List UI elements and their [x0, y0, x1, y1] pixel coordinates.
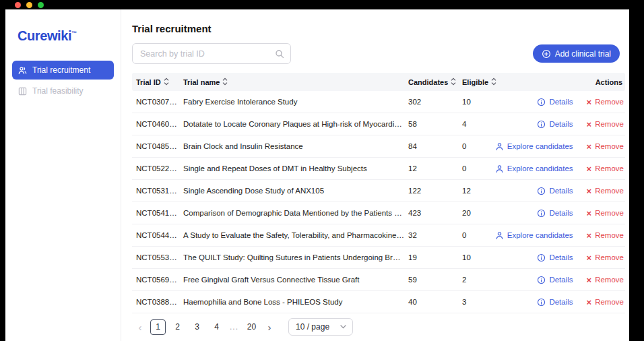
table-row: NCT04852445 Brain Clock and Insulin Resi… — [132, 135, 625, 158]
remove-link[interactable]: × Remove — [587, 187, 624, 195]
main-content: Trial recruitment Add clinical trial — [121, 9, 629, 341]
explore-candidates-link[interactable]: Explore candidates — [495, 142, 573, 151]
app-window: Curewiki™ Trial recruitment Trial feasib… — [5, 9, 629, 341]
cell-actions: Details × Remove — [500, 98, 625, 106]
details-link[interactable]: Details — [537, 120, 573, 129]
details-link[interactable]: Details — [537, 98, 573, 106]
details-label: Details — [549, 209, 573, 217]
explore-candidates-link[interactable]: Explore candidates — [495, 231, 573, 240]
sort-icon[interactable] — [491, 78, 496, 87]
info-circle-icon — [537, 120, 546, 129]
details-link[interactable]: Details — [537, 253, 573, 262]
cell-trial-name: Comparison of Demographic Data Mentioned… — [179, 209, 404, 217]
cell-eligible: 0 — [458, 142, 500, 150]
table-row: NCT05449470 A Study to Evaluate the Safe… — [132, 224, 625, 247]
pagination-next-button[interactable]: › — [261, 319, 278, 335]
cell-trial-name: Free Gingival Graft Versus Connective Ti… — [179, 276, 404, 284]
remove-link[interactable]: × Remove — [587, 253, 624, 262]
explore-candidates-link[interactable]: Explore candidates — [495, 164, 573, 173]
cell-actions: Explore candidates × Remove — [500, 231, 625, 240]
header-candidates[interactable]: Candidates — [404, 78, 458, 87]
table-row: NCT04604106 Dotatate to Locate Coronary … — [132, 113, 625, 135]
pagination: ‹ 1234...20 › 10 / page — [132, 318, 625, 336]
cell-candidates: 59 — [404, 276, 458, 284]
sort-icon[interactable] — [164, 78, 169, 87]
details-label: Details — [549, 120, 573, 128]
remove-link[interactable]: × Remove — [587, 164, 624, 173]
cell-trial-name: Brain Clock and Insulin Resistance — [179, 142, 404, 150]
pagination-page-2[interactable]: 2 — [170, 319, 185, 335]
header-trial-id[interactable]: Trial ID — [132, 78, 179, 87]
sort-icon[interactable] — [451, 78, 456, 87]
pagination-page-3[interactable]: 3 — [189, 319, 205, 335]
pagination-ellipsis: ... — [230, 322, 238, 332]
screen: Curewiki™ Trial recruitment Trial feasib… — [0, 0, 644, 341]
sort-icon[interactable] — [222, 78, 228, 87]
remove-link[interactable]: × Remove — [587, 98, 624, 106]
add-clinical-trial-button[interactable]: Add clinical trial — [533, 44, 620, 63]
cell-trial-name: Haemophilia and Bone Loss - PHILEOS Stud… — [179, 298, 404, 306]
remove-link[interactable]: × Remove — [587, 142, 624, 151]
details-label: Details — [549, 187, 573, 195]
cell-trial-name: Single and Repeat Doses of DMT in Health… — [179, 164, 404, 173]
sidebar-nav: Trial recruitment Trial feasibility — [5, 61, 121, 100]
table-row: NCT05413876 Comparison of Demographic Da… — [132, 202, 625, 224]
table-row: NCT05693688 Free Gingival Graft Versus C… — [132, 269, 625, 291]
pagination-page-1[interactable]: 1 — [150, 319, 166, 335]
remove-link[interactable]: × Remove — [587, 120, 624, 129]
cell-actions: Details × Remove — [500, 298, 625, 307]
cell-eligible: 20 — [458, 209, 500, 217]
cell-trial-id: NCT04852445 — [132, 142, 179, 150]
cell-trial-id: NCT04604106 — [132, 120, 179, 128]
cell-eligible: 2 — [458, 276, 500, 284]
pagination-page-20[interactable]: 20 — [244, 319, 259, 335]
cell-eligible: 0 — [458, 164, 500, 173]
sidebar-item-label: Trial feasibility — [32, 86, 84, 96]
details-link[interactable]: Details — [537, 209, 573, 218]
remove-label: Remove — [595, 120, 624, 128]
pagination-prev-button[interactable]: ‹ — [132, 319, 148, 335]
cell-trial-id: NCT05413876 — [132, 209, 179, 217]
cell-candidates: 12 — [404, 164, 458, 173]
cell-candidates: 58 — [404, 120, 458, 128]
cell-eligible: 4 — [458, 120, 500, 128]
remove-link[interactable]: × Remove — [587, 231, 624, 240]
table-row: NCT03074227 Fabry Exercise Intolerance S… — [132, 91, 625, 113]
x-icon: × — [587, 276, 592, 284]
details-link[interactable]: Details — [537, 298, 573, 307]
header-eligible[interactable]: Eligible — [458, 78, 500, 87]
remove-link[interactable]: × Remove — [587, 276, 624, 284]
cell-candidates: 302 — [404, 98, 458, 106]
cell-candidates: 423 — [404, 209, 458, 217]
logo-text: Curewiki — [18, 28, 71, 43]
x-icon: × — [587, 253, 592, 262]
details-link[interactable]: Details — [537, 276, 573, 284]
table-header: Trial ID Trial name Candidates Eligible — [132, 73, 625, 91]
info-circle-icon — [537, 298, 546, 307]
cell-actions: Details × Remove — [500, 253, 625, 262]
sidebar-item-trial-recruitment[interactable]: Trial recruitment — [12, 61, 114, 80]
page-size-select[interactable]: 10 / page — [288, 318, 353, 336]
info-circle-icon — [537, 209, 546, 218]
info-circle-icon — [537, 187, 546, 195]
close-window-button[interactable] — [15, 2, 21, 8]
sidebar-item-trial-feasibility[interactable]: Trial feasibility — [12, 82, 114, 100]
add-button-label: Add clinical trial — [555, 49, 611, 59]
remove-label: Remove — [595, 231, 624, 239]
people-icon — [18, 66, 27, 75]
table-row: NCT05314855 Single Ascending Dose Study … — [132, 180, 625, 202]
sidebar: Curewiki™ Trial recruitment Trial feasib… — [5, 9, 121, 341]
remove-link[interactable]: × Remove — [587, 298, 624, 307]
cell-trial-name: Fabry Exercise Intolerance Study — [179, 98, 404, 106]
remove-link[interactable]: × Remove — [587, 209, 624, 218]
details-link[interactable]: Details — [537, 187, 573, 195]
info-circle-icon — [537, 253, 546, 262]
search-input[interactable] — [132, 43, 291, 64]
pagination-page-4[interactable]: 4 — [209, 319, 224, 335]
cell-actions: Details × Remove — [500, 187, 625, 195]
x-icon: × — [587, 298, 592, 307]
zoom-window-button[interactable] — [38, 2, 44, 8]
header-trial-name[interactable]: Trial name — [179, 78, 404, 87]
explore-candidates-label: Explore candidates — [507, 142, 573, 150]
minimize-window-button[interactable] — [26, 2, 32, 8]
